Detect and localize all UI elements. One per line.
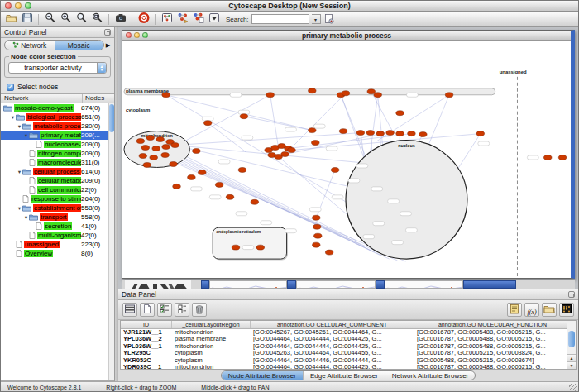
zoom-in-button[interactable] [59, 12, 73, 26]
network-window-button[interactable] [160, 12, 174, 26]
control-panel-header: Control Panel [1, 27, 114, 38]
float-data-panel-icon[interactable] [568, 291, 575, 298]
background-window-edge[interactable] [201, 280, 209, 289]
tree-row[interactable]: ▼metabolic process280(0) [1, 122, 114, 131]
table-scrollbar-thumb[interactable] [568, 331, 575, 347]
table-column-header[interactable]: ID [121, 321, 172, 328]
background-window-content[interactable] [125, 280, 191, 289]
folder-icon [16, 113, 25, 121]
tree-row[interactable]: ▼cellular process614(0) [1, 167, 114, 176]
tree-row[interactable]: Overview8(0) [1, 249, 114, 258]
tab-mosaic[interactable]: Mosaic [55, 41, 104, 50]
import-attributes-button[interactable] [542, 303, 557, 317]
background-windows-strip[interactable] [122, 280, 575, 289]
select-nodes-checkbox[interactable]: ✓ [7, 84, 14, 91]
tree-row[interactable]: cellular metabol209(0) [1, 176, 114, 185]
tab-network-attribute-browser[interactable]: Network Attribute Browser [385, 371, 475, 380]
table-row[interactable]: YPL036W__2plasma membrane[GO:0044464, GO… [121, 336, 567, 342]
zoom-window-button[interactable] [25, 2, 31, 9]
select-attributes-button[interactable] [157, 303, 172, 317]
attribute-editor-button[interactable] [507, 303, 522, 317]
unselect-attributes-button[interactable] [175, 303, 189, 317]
table-row[interactable]: YLR295Ccytoplasm[GO:0045263, GO:0044464,… [121, 350, 567, 356]
table-row[interactable]: YPL036W__1mitochondrion[GO:0044464, GO:0… [121, 343, 567, 350]
open-session-button[interactable] [4, 12, 18, 26]
select-nodes-label: Select nodes [17, 83, 58, 91]
disclosure-triangle-icon[interactable]: ▼ [17, 170, 22, 174]
filter-nodes-button[interactable] [191, 12, 205, 26]
formula-button[interactable]: f(x) [524, 303, 539, 317]
tab-edge-attribute-browser[interactable]: Edge Attribute Browser [304, 371, 385, 380]
tree-col-nodes[interactable]: Nodes [83, 94, 114, 103]
tree-row[interactable]: ▼biological_process651(0) [1, 112, 114, 122]
background-network-thumbnail[interactable] [209, 280, 287, 289]
vizmapper-nodes-button[interactable] [175, 12, 189, 26]
tree-row[interactable]: cell communicat22(0) [1, 185, 114, 194]
background-window-edge[interactable] [463, 280, 516, 289]
minimize-button[interactable] [15, 2, 22, 9]
tab-overflow-arrow[interactable]: ▶ [104, 42, 112, 49]
disclosure-triangle-icon[interactable]: ▼ [10, 115, 16, 120]
tree-row[interactable]: mosaic-demo-yeast874(0) [1, 103, 114, 112]
network-window-title: primary metabolic process [122, 31, 571, 40]
tree-row[interactable]: nucleobase-209(0) [1, 140, 114, 149]
tree-scrollbar[interactable] [108, 103, 114, 380]
close-button[interactable] [5, 2, 12, 9]
resize-grip[interactable] [569, 384, 577, 392]
background-network-thumbnail[interactable] [296, 280, 376, 289]
network-canvas[interactable]: plasma membranecytoplasmmitochondrionnuc… [122, 41, 571, 278]
background-network-thumbnail[interactable] [385, 280, 463, 289]
document-icon [36, 222, 42, 230]
scroll-up-icon[interactable]: ▲ [567, 354, 576, 361]
table-column-header[interactable]: annotation.GO MOLECULAR_FUNCTION [414, 321, 572, 328]
grid-rows-button[interactable] [122, 303, 137, 317]
select-stepper-icon: ▲▼ [97, 63, 106, 73]
search-config-icon[interactable] [323, 13, 335, 26]
panel-arrow-button[interactable] [207, 12, 221, 26]
table-cell: mitochondrion [172, 329, 251, 336]
disclosure-triangle-icon[interactable]: ▼ [23, 215, 29, 220]
node-color-select[interactable]: transporter activity ▲▼ [8, 62, 107, 74]
table-row[interactable]: YKR052Ccytoplasm[GO:0044464, GO:0044446,… [121, 357, 567, 364]
table-column-header[interactable]: _cellularLayoutRegion [172, 321, 251, 328]
tab-node-attribute-browser[interactable]: Node Attribute Browser [222, 371, 304, 380]
tree-row[interactable]: macromolecule311(0) [1, 158, 114, 167]
tree-col-network[interactable]: Network [1, 94, 83, 103]
grid-rows-icon [124, 303, 136, 318]
tree-row[interactable]: ▼primary metabo209(... [1, 131, 114, 140]
tree-row[interactable]: ▼transport558(0) [1, 213, 114, 222]
scroll-down-icon[interactable]: ▼ [567, 361, 576, 369]
tree-row[interactable]: unassigned223(0) [1, 240, 114, 249]
zoom-fit-button[interactable] [90, 12, 104, 26]
tree-row[interactable]: nitrogen compo209(0) [1, 149, 114, 158]
data-panel-toolbar: f(x) [118, 300, 578, 320]
tree-row[interactable]: secretion41(0) [1, 222, 114, 231]
background-window-edge[interactable] [376, 280, 385, 289]
search-input[interactable] [251, 14, 309, 24]
table-scrollbar[interactable]: ▲ ▼ [567, 321, 576, 369]
tree-scrollbar-thumb[interactable] [109, 104, 114, 132]
disclosure-triangle-icon[interactable]: ▼ [17, 206, 22, 211]
new-attribute-button[interactable] [140, 303, 155, 317]
tab-network[interactable]: Network [5, 41, 55, 50]
table-row[interactable]: YJR121W__1mitochondrion[GO:0045267, GO:0… [121, 329, 567, 336]
snapshot-camera-button[interactable] [113, 12, 127, 26]
attribute-matrix-button[interactable] [559, 303, 574, 317]
help-lifering-button[interactable] [136, 12, 151, 26]
table-row[interactable]: YDR039C__1mitochondrion[GO:0044464, GO:0… [121, 364, 567, 370]
zoom-out-button[interactable] [43, 12, 57, 26]
disclosure-triangle-icon[interactable]: ▼ [23, 133, 29, 138]
tree-row-label: biological_process [26, 113, 81, 121]
disclosure-triangle-icon[interactable]: ▼ [17, 124, 22, 129]
delete-attribute-button[interactable] [192, 303, 207, 317]
background-window-edge[interactable] [287, 280, 296, 289]
zoom-out-icon [45, 12, 56, 26]
save-session-button[interactable] [20, 12, 34, 26]
table-column-header[interactable]: annotation.GO CELLULAR_COMPONENT [251, 321, 414, 328]
search-dropdown-button[interactable]: ▾ [312, 14, 321, 24]
float-panel-icon[interactable] [104, 29, 111, 36]
tree-row[interactable]: response to stimulu264(0) [1, 194, 114, 203]
zoom-selected-button[interactable] [74, 12, 89, 26]
tree-row[interactable]: ▼establishment of lo558(0) [1, 203, 114, 213]
tree-row[interactable]: multi-organism pro42(0) [1, 231, 114, 240]
